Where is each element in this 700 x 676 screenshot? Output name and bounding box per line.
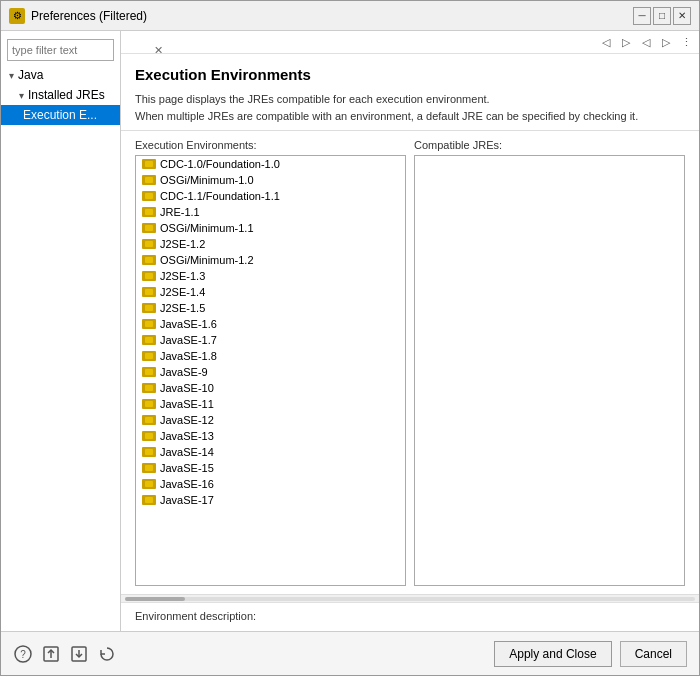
- panel-body: Execution Environments: CDC-1.0/Foundati…: [121, 131, 699, 594]
- list-item[interactable]: JavaSE-1.6: [136, 316, 405, 332]
- env-item-label: JavaSE-1.6: [160, 318, 217, 330]
- menu-button[interactable]: ⋮: [677, 33, 695, 51]
- list-item[interactable]: J2SE-1.4: [136, 284, 405, 300]
- jres-label: Compatible JREs:: [414, 139, 685, 151]
- env-item-label: J2SE-1.5: [160, 302, 205, 314]
- scrollbar-thumb[interactable]: [125, 597, 185, 601]
- env-icon: [142, 239, 156, 249]
- list-item[interactable]: JavaSE-15: [136, 460, 405, 476]
- cancel-button[interactable]: Cancel: [620, 641, 687, 667]
- sidebar-java-label: Java: [18, 68, 43, 82]
- back-button[interactable]: ◁: [597, 33, 615, 51]
- env-item-label: CDC-1.1/Foundation-1.1: [160, 190, 280, 202]
- env-item-label: OSGi/Minimum-1.2: [160, 254, 254, 266]
- panel-desc-line2: When multiple JREs are compatible with a…: [135, 108, 685, 125]
- jres-list[interactable]: [414, 155, 685, 586]
- list-item[interactable]: J2SE-1.2: [136, 236, 405, 252]
- env-item-label: J2SE-1.2: [160, 238, 205, 250]
- env-icon: [142, 495, 156, 505]
- footer-icons: ?: [13, 644, 117, 664]
- list-item[interactable]: JavaSE-1.7: [136, 332, 405, 348]
- env-item-label: CDC-1.0/Foundation-1.0: [160, 158, 280, 170]
- env-item-label: J2SE-1.3: [160, 270, 205, 282]
- list-item[interactable]: CDC-1.0/Foundation-1.0: [136, 156, 405, 172]
- restore-defaults-icon[interactable]: [97, 644, 117, 664]
- list-item[interactable]: J2SE-1.3: [136, 268, 405, 284]
- env-item-label: JavaSE-13: [160, 430, 214, 442]
- window-title: Preferences (Filtered): [31, 9, 147, 23]
- list-item[interactable]: JavaSE-14: [136, 444, 405, 460]
- env-item-label: JavaSE-1.7: [160, 334, 217, 346]
- list-item[interactable]: OSGi/Minimum-1.2: [136, 252, 405, 268]
- export-preferences-icon[interactable]: [41, 644, 61, 664]
- sidebar-item-execution-env[interactable]: Execution E...: [1, 105, 120, 125]
- env-item-label: J2SE-1.4: [160, 286, 205, 298]
- list-item[interactable]: JRE-1.1: [136, 204, 405, 220]
- env-icon: [142, 367, 156, 377]
- env-item-label: JavaSE-15: [160, 462, 214, 474]
- right-panel: ◁ ▷ ◁ ▷ ⋮ Execution Environments This pa…: [121, 31, 699, 631]
- preferences-window: ⚙ Preferences (Filtered) ─ □ ✕ ✕ ▾ Java …: [0, 0, 700, 676]
- filter-box[interactable]: ✕: [7, 39, 114, 61]
- apply-close-button[interactable]: Apply and Close: [494, 641, 611, 667]
- list-item[interactable]: JavaSE-12: [136, 412, 405, 428]
- env-item-label: JavaSE-16: [160, 478, 214, 490]
- env-item-label: JRE-1.1: [160, 206, 200, 218]
- env-item-label: JavaSE-14: [160, 446, 214, 458]
- forward-button[interactable]: ▷: [617, 33, 635, 51]
- help-icon[interactable]: ?: [13, 644, 33, 664]
- list-item[interactable]: CDC-1.1/Foundation-1.1: [136, 188, 405, 204]
- list-item[interactable]: JavaSE-13: [136, 428, 405, 444]
- env-icon: [142, 479, 156, 489]
- env-icon: [142, 335, 156, 345]
- env-icon: [142, 191, 156, 201]
- list-item[interactable]: JavaSE-9: [136, 364, 405, 380]
- env-icon: [142, 319, 156, 329]
- list-item[interactable]: J2SE-1.5: [136, 300, 405, 316]
- close-button[interactable]: ✕: [673, 7, 691, 25]
- list-item[interactable]: OSGi/Minimum-1.0: [136, 172, 405, 188]
- list-item[interactable]: JavaSE-11: [136, 396, 405, 412]
- sidebar: ✕ ▾ Java ▾ Installed JREs Execution E...: [1, 31, 121, 631]
- env-item-label: JavaSE-1.8: [160, 350, 217, 362]
- sidebar-item-java[interactable]: ▾ Java: [1, 65, 120, 85]
- env-icon: [142, 447, 156, 457]
- import-preferences-icon[interactable]: [69, 644, 89, 664]
- env-icon: [142, 415, 156, 425]
- sidebar-installed-jres-label: Installed JREs: [28, 88, 105, 102]
- window-icon: ⚙: [9, 8, 25, 24]
- environments-section: Execution Environments: CDC-1.0/Foundati…: [135, 139, 406, 586]
- back2-button[interactable]: ◁: [637, 33, 655, 51]
- env-icon: [142, 383, 156, 393]
- svg-text:?: ?: [20, 649, 26, 660]
- footer-buttons: Apply and Close Cancel: [494, 641, 687, 667]
- sidebar-item-installed-jres[interactable]: ▾ Installed JREs: [1, 85, 120, 105]
- panel-desc-line1: This page displays the JREs compatible f…: [135, 91, 685, 108]
- env-item-label: JavaSE-11: [160, 398, 214, 410]
- title-bar: ⚙ Preferences (Filtered) ─ □ ✕: [1, 1, 699, 31]
- minimize-button[interactable]: ─: [633, 7, 651, 25]
- env-icon: [142, 463, 156, 473]
- env-item-label: JavaSE-9: [160, 366, 208, 378]
- env-item-label: JavaSE-12: [160, 414, 214, 426]
- list-item[interactable]: JavaSE-10: [136, 380, 405, 396]
- scrollbar-track[interactable]: [125, 597, 695, 601]
- env-item-label: OSGi/Minimum-1.1: [160, 222, 254, 234]
- list-item[interactable]: JavaSE-16: [136, 476, 405, 492]
- expand-icon: ▾: [9, 70, 14, 81]
- environments-label: Execution Environments:: [135, 139, 406, 151]
- env-item-label: JavaSE-17: [160, 494, 214, 506]
- expand-icon-jres: ▾: [19, 90, 24, 101]
- panel-title: Execution Environments: [135, 66, 685, 83]
- forward2-button[interactable]: ▷: [657, 33, 675, 51]
- env-icon: [142, 351, 156, 361]
- footer: ?: [1, 631, 699, 675]
- list-item[interactable]: OSGi/Minimum-1.1: [136, 220, 405, 236]
- environments-list[interactable]: CDC-1.0/Foundation-1.0OSGi/Minimum-1.0CD…: [135, 155, 406, 586]
- list-item[interactable]: JavaSE-17: [136, 492, 405, 508]
- env-icon: [142, 399, 156, 409]
- list-item[interactable]: JavaSE-1.8: [136, 348, 405, 364]
- env-desc-label: Environment description:: [135, 610, 256, 622]
- maximize-button[interactable]: □: [653, 7, 671, 25]
- env-desc-section: Environment description:: [121, 602, 699, 631]
